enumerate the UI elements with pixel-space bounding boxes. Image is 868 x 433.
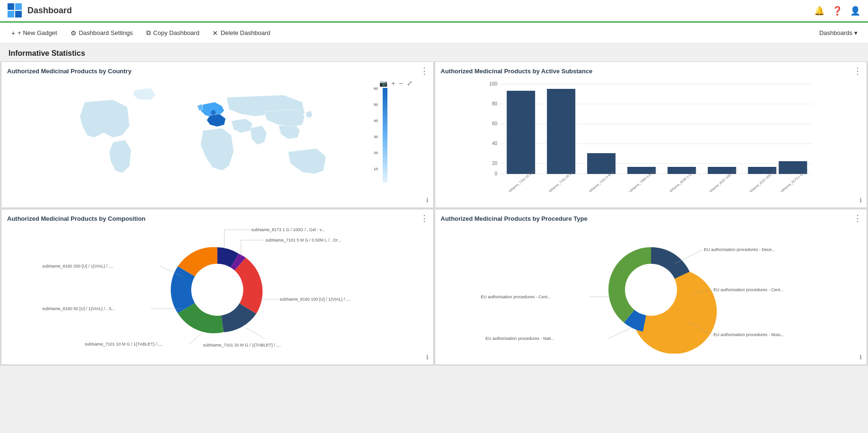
svg-text:EU authorisation procedures - : EU authorisation procedures - Nati... [485, 336, 554, 341]
dashboard-settings-button[interactable]: ⚙ Dashboard Settings [65, 26, 139, 40]
page-title: Informative Statistics [9, 49, 859, 58]
zoom-in-icon[interactable]: + [390, 78, 396, 88]
bell-icon[interactable]: 🔔 [814, 6, 824, 16]
map-info-button[interactable]: ℹ [426, 197, 429, 204]
camera-icon[interactable]: 📷 [378, 78, 388, 88]
map-controls: 📷 + − ⤢ [378, 78, 413, 88]
bar-chart-info-button[interactable]: ℹ [859, 197, 862, 204]
svg-text:subName_7101 10 M G / 1{TABLET: subName_7101 10 M G / 1{TABLET} / ,... [85, 342, 163, 346]
svg-text:100: 100 [489, 81, 497, 87]
logo: Dashboard [8, 3, 72, 18]
procedure-info-button[interactable]: ℹ [859, 354, 862, 361]
svg-text:80: 80 [492, 101, 498, 106]
procedure-donut-container: EU authorisation procedures - Dece... EU… [441, 226, 861, 349]
dashboards-menu[interactable]: Dashboards ▾ [815, 26, 862, 39]
svg-rect-4 [383, 88, 387, 182]
header-icons: 🔔 ❓ 👤 [814, 6, 860, 16]
svg-text:10: 10 [374, 167, 378, 171]
settings-icon: ⚙ [70, 29, 77, 37]
svg-text:60: 60 [374, 87, 378, 91]
page-title-bar: Informative Statistics [0, 43, 868, 61]
svg-text:subName_8160 200 [U] / 1{VIAL}: subName_8160 200 [U] / 1{VIAL} / ,... [42, 264, 114, 268]
svg-text:subName_7101 20 M G / 1{TABLET: subName_7101 20 M G / 1{TABLET} / ,... [203, 343, 281, 347]
svg-rect-2 [8, 11, 14, 17]
world-map: 60 50 40 30 20 10 [47, 83, 387, 187]
svg-text:40: 40 [374, 119, 378, 123]
copy-icon: ⧉ [146, 29, 151, 37]
svg-text:subName_8173 1 G / 100G / , Ge: subName_8173 1 G / 100G / , Gel - v... [251, 227, 325, 232]
dashboard-grid: Authorized Medicinal Products by Country… [0, 61, 868, 366]
svg-line-50 [245, 328, 264, 338]
svg-line-52 [189, 332, 203, 344]
delete-dashboard-label: Delete Dashboard [220, 29, 270, 36]
map-container: 📷 + − ⤢ [7, 78, 428, 192]
composition-info-button[interactable]: ℹ [426, 354, 429, 361]
svg-text:0: 0 [494, 171, 497, 176]
svg-text:20: 20 [374, 151, 378, 155]
chevron-down-icon: ▾ [854, 29, 858, 36]
map-widget-title: Authorized Medicinal Products by Country [7, 68, 428, 75]
bar-chart: 100 80 60 40 20 0 [441, 78, 861, 192]
svg-rect-0 [8, 3, 14, 10]
toolbar: + + New Gadget ⚙ Dashboard Settings ⧉ Co… [0, 23, 868, 43]
delete-icon: ✕ [212, 29, 218, 37]
procedure-widget: Authorized Medicinal Products by Procedu… [435, 209, 868, 365]
new-gadget-label: + New Gadget [18, 29, 57, 36]
logo-icon [8, 3, 23, 18]
map-widget: Authorized Medicinal Products by Country… [1, 61, 434, 208]
dashboards-label: Dashboards [819, 29, 852, 36]
svg-text:EU authorisation procedures - : EU authorisation procedures - Dece... [704, 247, 775, 252]
svg-text:EU authorisation procedures - : EU authorisation procedures - Cent... [481, 294, 551, 299]
map-widget-menu-button[interactable]: ⋮ [420, 67, 429, 75]
svg-text:30: 30 [374, 135, 378, 139]
svg-text:40: 40 [492, 141, 498, 146]
svg-rect-3 [15, 11, 22, 17]
composition-widget: Authorized Medicinal Products by Composi… [1, 209, 434, 365]
copy-dashboard-label: Copy Dashboard [153, 29, 200, 36]
bar-chart-svg: 100 80 60 40 20 0 [441, 78, 861, 192]
zoom-out-icon[interactable]: − [398, 78, 403, 88]
svg-text:20: 20 [492, 161, 498, 166]
svg-line-65 [608, 328, 632, 338]
header: Dashboard 🔔 ❓ 👤 [0, 0, 868, 23]
composition-donut-svg: subName_8173 1 G / 100G / , Gel - v... s… [7, 221, 428, 354]
svg-point-41 [191, 264, 243, 316]
svg-text:subName_7101 5 M G / 0.50M L /: subName_7101 5 M G / 0.50M L / , Or... [265, 238, 341, 242]
help-icon[interactable]: ❓ [832, 6, 842, 16]
svg-text:EU authorisation procedures - : EU authorisation procedures - Cent... [713, 287, 784, 292]
svg-line-59 [675, 250, 703, 264]
svg-text:subName_8160 100 [U] / 1{VIAL}: subName_8160 100 [U] / 1{VIAL} / ,... [280, 297, 351, 302]
delete-dashboard-button[interactable]: ✕ Delete Dashboard [207, 26, 276, 40]
svg-text:50: 50 [374, 103, 378, 107]
svg-point-58 [625, 264, 677, 316]
new-gadget-button[interactable]: + + New Gadget [6, 26, 63, 40]
fullscreen-icon[interactable]: ⤢ [406, 78, 413, 88]
svg-text:subName_8160 50 [U] / 1{VIAL} : subName_8160 50 [U] / 1{VIAL} / , S... [42, 306, 115, 311]
dashboard-settings-label: Dashboard Settings [79, 29, 133, 36]
svg-rect-24 [507, 91, 535, 174]
svg-text:EU authorisation procedures - : EU authorisation procedures - Mutu... [713, 332, 784, 337]
user-icon[interactable]: 👤 [850, 6, 860, 16]
procedure-donut-svg: EU authorisation procedures - Dece... EU… [441, 221, 861, 354]
copy-dashboard-button[interactable]: ⧉ Copy Dashboard [140, 26, 205, 40]
bar-chart-menu-button[interactable]: ⋮ [853, 67, 862, 75]
app-title: Dashboard [27, 6, 72, 16]
bar-chart-title: Authorized Medicinal Products by Active … [441, 68, 861, 75]
bar-chart-widget: Authorized Medicinal Products by Active … [435, 61, 868, 208]
plus-icon: + [11, 29, 15, 37]
svg-rect-25 [547, 89, 575, 174]
svg-point-11 [211, 110, 216, 115]
composition-donut-container: subName_8173 1 G / 100G / , Gel - v... s… [7, 226, 428, 349]
svg-text:60: 60 [492, 121, 498, 126]
svg-rect-1 [15, 3, 22, 10]
